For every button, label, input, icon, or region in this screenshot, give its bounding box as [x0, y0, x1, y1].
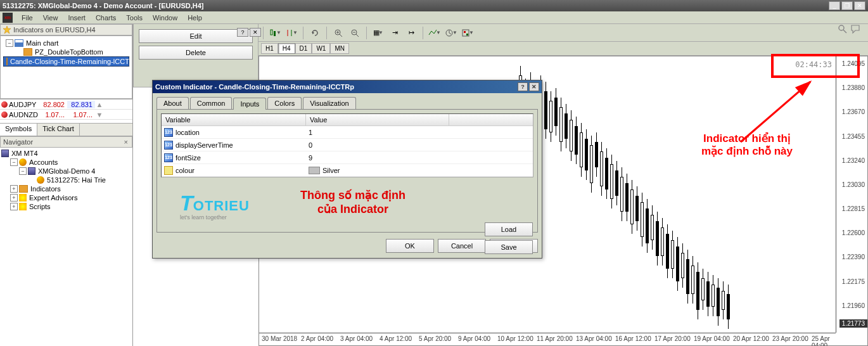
- time-tick: 10 Apr 12:00: [497, 335, 533, 342]
- collapse-icon[interactable]: −: [19, 167, 27, 175]
- tab-about[interactable]: About: [156, 97, 189, 109]
- close-button[interactable]: ✕: [854, 1, 865, 10]
- menu-insert[interactable]: Insert: [63, 13, 91, 23]
- annotation-text: Indicator hiển thị mặc định chỗ này: [684, 132, 810, 158]
- bar-icon[interactable]: ▼: [284, 26, 298, 40]
- svg-point-21: [839, 25, 844, 30]
- tf-w1[interactable]: W1: [312, 43, 330, 54]
- navigator-header: Navigator ×: [0, 136, 132, 148]
- fx-icon: [6, 58, 8, 65]
- nav-indicators[interactable]: + Indicators: [1, 184, 131, 193]
- expand-icon[interactable]: +: [10, 185, 18, 193]
- candlestick-icon[interactable]: ▼: [268, 26, 282, 40]
- variable-row[interactable]: 123fontSize9: [162, 151, 533, 164]
- svg-rect-1: [271, 30, 272, 35]
- time-tick: 11 Apr 20:00: [537, 335, 573, 342]
- indicators-icon[interactable]: ▼: [428, 26, 442, 40]
- expand-icon[interactable]: +: [10, 203, 18, 210]
- grid-icon[interactable]: ▦▼: [371, 26, 385, 40]
- menu-charts[interactable]: Charts: [91, 13, 121, 23]
- variable-row[interactable]: 123location1: [162, 126, 533, 139]
- svg-marker-0: [3, 26, 11, 34]
- price-tick: 1.23880: [842, 84, 865, 91]
- panel-close-icon[interactable]: ×: [123, 138, 129, 146]
- tf-h1[interactable]: H1: [261, 43, 278, 54]
- time-tick: 19 Apr 04:00: [694, 335, 730, 342]
- price-tick: 1.22175: [842, 278, 865, 285]
- chat-icon[interactable]: [850, 24, 860, 34]
- shift-icon[interactable]: ↦: [404, 26, 418, 40]
- zoom-in-icon[interactable]: [331, 26, 345, 40]
- search-icon[interactable]: [838, 24, 848, 34]
- nav-server[interactable]: − XMGlobal-Demo 4: [1, 167, 131, 176]
- edit-button[interactable]: Edit: [139, 29, 253, 43]
- delete-button[interactable]: Delete: [139, 46, 253, 60]
- price-tick: 1.23670: [842, 108, 865, 115]
- menu-help[interactable]: Help: [182, 13, 207, 23]
- sparkle-icon: [19, 194, 27, 202]
- nav-root[interactable]: XM MT4: [1, 149, 131, 158]
- dialog-titlebar[interactable]: Custom Indicator - Candle-Closing-Time-R…: [153, 80, 542, 93]
- reset-icon[interactable]: [308, 26, 322, 40]
- svg-line-22: [843, 30, 846, 33]
- menu-view[interactable]: View: [38, 13, 63, 23]
- time-tick: 16 Apr 12:00: [615, 335, 651, 342]
- nav-scripts[interactable]: + Scripts: [1, 202, 131, 211]
- time-tick: 3 Apr 04:00: [340, 335, 373, 342]
- periodicity-icon[interactable]: ▼: [444, 26, 458, 40]
- color-swatch: [309, 167, 320, 174]
- nav-account[interactable]: 51312275: Hai Trie: [1, 176, 131, 184]
- tree-main-chart[interactable]: − Main chart: [3, 39, 129, 48]
- time-tick: 13 Apr 04:00: [576, 335, 612, 342]
- load-button[interactable]: Load: [485, 222, 533, 236]
- expand-icon[interactable]: +: [10, 194, 18, 202]
- svg-line-15: [449, 33, 451, 34]
- navigator-title: Navigator: [3, 138, 123, 146]
- tree-indicator-item[interactable]: PZ_DoubleTopBottom: [3, 48, 129, 56]
- collapse-icon[interactable]: −: [10, 158, 18, 166]
- panel-close-button[interactable]: ✕: [250, 28, 261, 37]
- zoom-out-icon[interactable]: [348, 26, 362, 40]
- scroll-up-icon[interactable]: ▲: [95, 101, 104, 108]
- menu-window[interactable]: Window: [148, 13, 182, 23]
- tab-common[interactable]: Common: [190, 97, 233, 109]
- tab-symbols[interactable]: Symbols: [0, 124, 37, 136]
- nav-accounts[interactable]: − Accounts: [1, 158, 131, 167]
- save-button[interactable]: Save: [485, 240, 533, 254]
- tab-visualization[interactable]: Visualization: [303, 97, 356, 109]
- panel-help-button[interactable]: ?: [237, 28, 248, 37]
- tf-d1[interactable]: D1: [295, 43, 312, 54]
- tab-inputs[interactable]: Inputs: [233, 98, 266, 110]
- cancel-button[interactable]: Cancel: [438, 239, 486, 253]
- scroll-end-icon[interactable]: ⇥: [388, 26, 402, 40]
- scroll-down-icon[interactable]: ▼: [95, 111, 104, 119]
- menu-file[interactable]: File: [16, 13, 38, 23]
- number-type-icon: 123: [164, 153, 173, 162]
- time-tick: 17 Apr 20:00: [654, 335, 691, 342]
- menu-bar: xm File View Insert Charts Tools Window …: [0, 11, 868, 24]
- col-variable[interactable]: Variable: [162, 114, 306, 125]
- tf-h4[interactable]: H4: [278, 43, 295, 54]
- tab-tick-chart[interactable]: Tick Chart: [37, 124, 80, 136]
- fx-icon: [23, 48, 32, 56]
- tree-indicator-item-selected[interactable]: Candle-Closing-Time-Remaining-lCCTRp: [3, 56, 129, 67]
- tab-colors[interactable]: Colors: [267, 97, 302, 109]
- ok-button[interactable]: OK: [386, 239, 434, 253]
- menu-tools[interactable]: Tools: [121, 13, 148, 23]
- accounts-icon: [19, 158, 27, 166]
- dialog-close-button[interactable]: ✕: [529, 82, 539, 91]
- market-row[interactable]: AUDNZD 1.07... 1.07... ▼: [0, 110, 132, 120]
- maximize-button[interactable]: ❐: [841, 1, 853, 10]
- symbol-flag-icon: [1, 101, 8, 108]
- server-icon: [28, 167, 35, 175]
- tf-mn[interactable]: MN: [330, 43, 349, 54]
- template-icon[interactable]: ▼: [461, 26, 475, 40]
- minimize-button[interactable]: _: [829, 1, 840, 10]
- collapse-icon[interactable]: −: [6, 39, 13, 47]
- dialog-help-button[interactable]: ?: [518, 82, 528, 91]
- variable-row[interactable]: 123displayServerTime0: [162, 139, 533, 151]
- variable-row[interactable]: colourSilver: [162, 164, 533, 177]
- market-row[interactable]: AUDJPY 82.802 82.831 ▲: [0, 99, 132, 110]
- nav-expert-advisors[interactable]: + Expert Advisors: [1, 193, 131, 202]
- col-value[interactable]: Value: [306, 114, 449, 125]
